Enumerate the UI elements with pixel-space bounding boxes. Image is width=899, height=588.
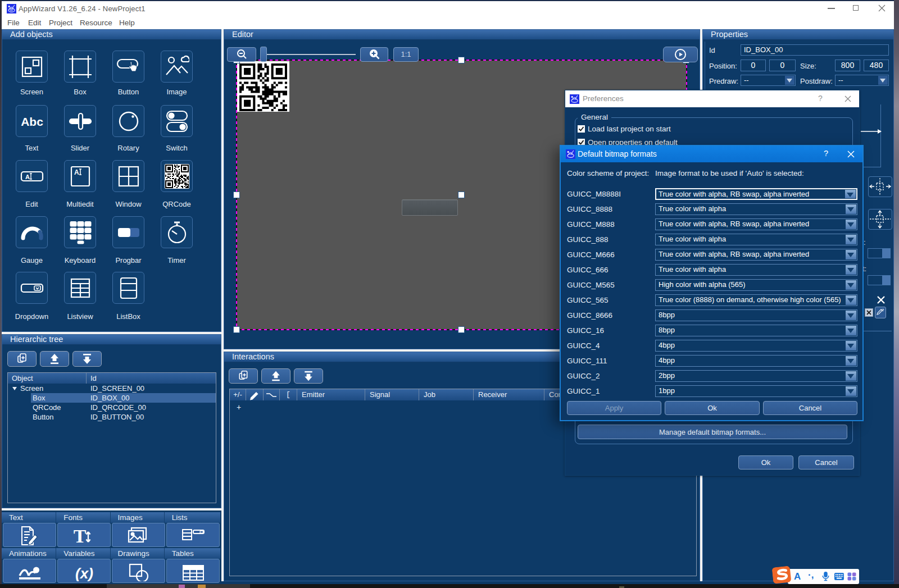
svg-text:A: A (25, 174, 30, 180)
svg-text:(x): (x) (75, 565, 93, 581)
svg-text:Abc: Abc (21, 115, 43, 128)
svg-text:A: A (74, 168, 79, 176)
svg-text:T: T (73, 526, 86, 545)
